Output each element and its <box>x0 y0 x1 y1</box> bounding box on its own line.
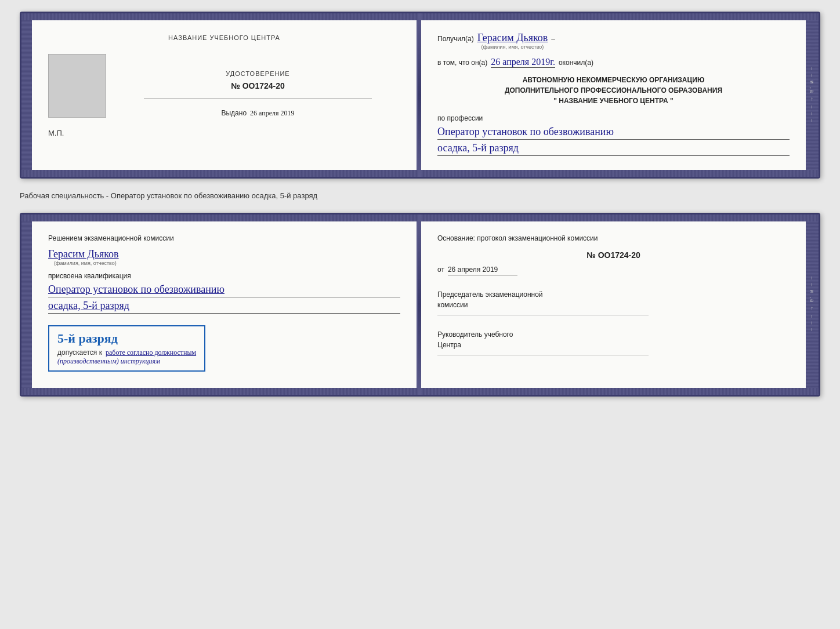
doc2-right-page: Основание: протокол экзаменационной коми… <box>421 214 806 395</box>
spine-2 <box>418 214 421 395</box>
spine <box>418 13 421 177</box>
from-date-block: от 26 апреля 2019 <box>437 264 790 275</box>
cert-number: № OO1724-20 <box>115 81 400 91</box>
document-2: Решением экзаменационной комиссии Гераси… <box>20 213 820 397</box>
training-center-title: НАЗВАНИЕ УЧЕБНОГО ЦЕНТРА <box>48 32 400 42</box>
in-that-block: в том, что он(а) 26 апреля 2019г. окончи… <box>437 57 790 68</box>
between-docs-label: Рабочая специальность - Оператор установ… <box>20 188 820 203</box>
recipient-name-block: Герасим Дьяков (фамилия, имя, отчество) <box>477 32 548 50</box>
cert-label: УДОСТОВЕРЕНИЕ <box>115 68 400 78</box>
right-ticks-2: – – и ,а ← – – – <box>806 214 819 395</box>
mp-label: М.П. <box>48 128 400 138</box>
decision-label: Решением экзаменационной комиссии <box>48 233 400 243</box>
director-block: Руководитель учебного Центра <box>437 329 790 355</box>
rank-stamp: 5-й разряд допускается к работе согласно… <box>48 325 205 372</box>
doc2-left-page: Решением экзаменационной комиссии Гераси… <box>32 214 418 395</box>
page-wrapper: НАЗВАНИЕ УЧЕБНОГО ЦЕНТРА УДОСТОВЕРЕНИЕ №… <box>20 12 820 397</box>
issued-block: Выдано 26 апреля 2019 <box>115 108 400 118</box>
photo-placeholder <box>48 54 106 118</box>
profession-block: по профессии Оператор установок по обезв… <box>437 113 790 156</box>
org-block: АВТОНОМНУЮ НЕКОММЕРЧЕСКУЮ ОРГАНИЗАЦИЮ ДО… <box>437 75 790 106</box>
doc1-right-page: Получил(а) Герасим Дьяков (фамилия, имя,… <box>421 13 806 177</box>
rank-line: осадка, 5-й разряд <box>437 142 790 156</box>
assigned-label: присвоена квалификация <box>48 271 400 281</box>
profession-line: Оператор установок по обезвоживанию <box>437 126 790 140</box>
chairman-signature-line <box>437 315 649 315</box>
left-binding-2 <box>21 214 32 395</box>
cert-divider <box>144 98 372 99</box>
received-block: Получил(а) Герасим Дьяков (фамилия, имя,… <box>437 32 790 50</box>
left-binding <box>21 13 32 177</box>
qualification-block: Оператор установок по обезвоживанию осад… <box>48 283 400 314</box>
basis-label: Основание: протокол экзаменационной коми… <box>437 233 790 243</box>
protocol-number: № OO1724-20 <box>437 250 790 260</box>
doc1-left-page: НАЗВАНИЕ УЧЕБНОГО ЦЕНТРА УДОСТОВЕРЕНИЕ №… <box>32 13 418 177</box>
cert-info-block: УДОСТОВЕРЕНИЕ № OO1724-20 Выдано 26 апре… <box>115 54 400 118</box>
right-ticks-1: – – и ,а ← – – – <box>806 13 819 177</box>
person-name-block: Герасим Дьяков (фамилия, имя, отчество) <box>48 248 400 266</box>
director-signature-line <box>437 355 649 355</box>
stamp-block: 5-й разряд допускается к работе согласно… <box>48 321 400 376</box>
chairman-block: Председатель экзаменационной комиссии <box>437 289 790 315</box>
document-1: НАЗВАНИЕ УЧЕБНОГО ЦЕНТРА УДОСТОВЕРЕНИЕ №… <box>20 12 820 179</box>
